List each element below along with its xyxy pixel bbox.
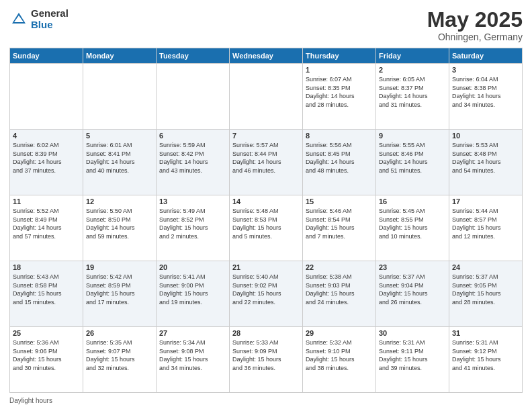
calendar-cell: 8Sunrise: 5:56 AM Sunset: 8:45 PM Daylig…	[303, 130, 376, 195]
header: General Blue May 2025 Ohningen, Germany	[9, 8, 523, 42]
day-info: Sunrise: 5:36 AM Sunset: 9:06 PM Dayligh…	[13, 338, 80, 372]
day-number: 14	[232, 197, 300, 205]
day-info: Sunrise: 5:53 AM Sunset: 8:48 PM Dayligh…	[452, 141, 519, 175]
calendar-cell: 5Sunrise: 6:01 AM Sunset: 8:41 PM Daylig…	[83, 130, 157, 195]
day-header: Thursday	[303, 48, 376, 64]
calendar-cell: 6Sunrise: 5:59 AM Sunset: 8:42 PM Daylig…	[157, 130, 230, 195]
logo-icon	[9, 10, 28, 29]
calendar-week: 25Sunrise: 5:36 AM Sunset: 9:06 PM Dayli…	[10, 327, 523, 393]
calendar-week: 4Sunrise: 6:02 AM Sunset: 8:39 PM Daylig…	[10, 130, 523, 195]
calendar-cell: 29Sunrise: 5:32 AM Sunset: 9:10 PM Dayli…	[303, 327, 376, 393]
day-number: 27	[159, 329, 226, 337]
day-number: 24	[452, 263, 519, 271]
calendar-cell: 20Sunrise: 5:41 AM Sunset: 9:00 PM Dayli…	[157, 261, 230, 327]
day-number: 11	[13, 197, 80, 205]
calendar-cell: 18Sunrise: 5:43 AM Sunset: 8:58 PM Dayli…	[10, 261, 83, 327]
calendar-cell: 31Sunrise: 5:31 AM Sunset: 9:12 PM Dayli…	[449, 327, 523, 393]
day-number: 22	[306, 263, 373, 271]
calendar-cell: 17Sunrise: 5:44 AM Sunset: 8:57 PM Dayli…	[449, 195, 523, 261]
day-info: Sunrise: 6:05 AM Sunset: 8:37 PM Dayligh…	[379, 75, 446, 109]
calendar-cell: 22Sunrise: 5:38 AM Sunset: 9:03 PM Dayli…	[303, 261, 376, 327]
day-number: 19	[86, 263, 153, 271]
calendar-cell: 23Sunrise: 5:37 AM Sunset: 9:04 PM Dayli…	[376, 261, 449, 327]
day-number: 7	[232, 132, 300, 140]
calendar-cell: 7Sunrise: 5:57 AM Sunset: 8:44 PM Daylig…	[230, 130, 303, 195]
calendar-cell: 27Sunrise: 5:34 AM Sunset: 9:08 PM Dayli…	[157, 327, 230, 393]
calendar-cell: 12Sunrise: 5:50 AM Sunset: 8:50 PM Dayli…	[83, 195, 157, 261]
day-header: Wednesday	[230, 48, 303, 64]
calendar-cell: 21Sunrise: 5:40 AM Sunset: 9:02 PM Dayli…	[230, 261, 303, 327]
day-number: 9	[379, 132, 446, 140]
calendar-cell: 19Sunrise: 5:42 AM Sunset: 8:59 PM Dayli…	[83, 261, 157, 327]
day-number: 29	[306, 329, 373, 337]
calendar-cell: 14Sunrise: 5:48 AM Sunset: 8:53 PM Dayli…	[230, 195, 303, 261]
calendar-cell	[83, 64, 157, 130]
day-info: Sunrise: 5:52 AM Sunset: 8:49 PM Dayligh…	[13, 207, 80, 240]
day-info: Sunrise: 5:50 AM Sunset: 8:50 PM Dayligh…	[86, 207, 153, 240]
day-info: Sunrise: 5:35 AM Sunset: 9:07 PM Dayligh…	[86, 338, 153, 372]
day-info: Sunrise: 5:56 AM Sunset: 8:45 PM Dayligh…	[306, 141, 373, 175]
day-info: Sunrise: 5:40 AM Sunset: 9:02 PM Dayligh…	[232, 273, 300, 306]
day-number: 18	[13, 263, 80, 271]
day-info: Sunrise: 5:57 AM Sunset: 8:44 PM Dayligh…	[232, 141, 300, 175]
day-header: Monday	[83, 48, 157, 64]
day-info: Sunrise: 5:48 AM Sunset: 8:53 PM Dayligh…	[232, 207, 300, 240]
day-number: 8	[306, 132, 373, 140]
day-number: 26	[86, 329, 153, 337]
day-info: Sunrise: 5:32 AM Sunset: 9:10 PM Dayligh…	[306, 338, 373, 372]
footer-text: Daylight hours	[9, 397, 52, 404]
calendar-header: SundayMondayTuesdayWednesdayThursdayFrid…	[10, 48, 523, 64]
calendar-cell: 28Sunrise: 5:33 AM Sunset: 9:09 PM Dayli…	[230, 327, 303, 393]
day-info: Sunrise: 5:38 AM Sunset: 9:03 PM Dayligh…	[306, 273, 373, 306]
day-number: 5	[86, 132, 153, 140]
day-info: Sunrise: 6:04 AM Sunset: 8:38 PM Dayligh…	[452, 75, 519, 109]
day-number: 10	[452, 132, 519, 140]
logo-text: General Blue	[31, 8, 69, 30]
title-block: May 2025 Ohningen, Germany	[427, 8, 523, 42]
day-number: 3	[452, 66, 519, 74]
day-number: 20	[159, 263, 226, 271]
day-info: Sunrise: 6:07 AM Sunset: 8:35 PM Dayligh…	[306, 75, 373, 109]
day-number: 30	[379, 329, 446, 337]
calendar-cell: 16Sunrise: 5:45 AM Sunset: 8:55 PM Dayli…	[376, 195, 449, 261]
calendar-cell: 11Sunrise: 5:52 AM Sunset: 8:49 PM Dayli…	[10, 195, 83, 261]
day-info: Sunrise: 5:31 AM Sunset: 9:11 PM Dayligh…	[379, 338, 446, 372]
calendar-cell: 9Sunrise: 5:55 AM Sunset: 8:46 PM Daylig…	[376, 130, 449, 195]
day-info: Sunrise: 5:31 AM Sunset: 9:12 PM Dayligh…	[452, 338, 519, 372]
calendar-week: 11Sunrise: 5:52 AM Sunset: 8:49 PM Dayli…	[10, 195, 523, 261]
day-info: Sunrise: 5:44 AM Sunset: 8:57 PM Dayligh…	[452, 207, 519, 240]
day-number: 2	[379, 66, 446, 74]
calendar-cell: 15Sunrise: 5:46 AM Sunset: 8:54 PM Dayli…	[303, 195, 376, 261]
day-info: Sunrise: 6:01 AM Sunset: 8:41 PM Dayligh…	[86, 141, 153, 175]
day-number: 4	[13, 132, 80, 140]
day-info: Sunrise: 5:37 AM Sunset: 9:04 PM Dayligh…	[379, 273, 446, 306]
day-number: 12	[86, 197, 153, 205]
day-number: 15	[306, 197, 373, 205]
day-header: Saturday	[449, 48, 523, 64]
logo: General Blue	[9, 8, 69, 30]
day-number: 17	[452, 197, 519, 205]
day-header: Tuesday	[157, 48, 230, 64]
subtitle: Ohningen, Germany	[427, 32, 523, 42]
calendar-cell: 24Sunrise: 5:37 AM Sunset: 9:05 PM Dayli…	[449, 261, 523, 327]
logo-general: General	[31, 8, 69, 19]
day-info: Sunrise: 6:02 AM Sunset: 8:39 PM Dayligh…	[13, 141, 80, 175]
day-info: Sunrise: 5:43 AM Sunset: 8:58 PM Dayligh…	[13, 273, 80, 306]
calendar-cell: 26Sunrise: 5:35 AM Sunset: 9:07 PM Dayli…	[83, 327, 157, 393]
calendar-cell: 1Sunrise: 6:07 AM Sunset: 8:35 PM Daylig…	[303, 64, 376, 130]
header-row: SundayMondayTuesdayWednesdayThursdayFrid…	[10, 48, 523, 64]
day-info: Sunrise: 5:42 AM Sunset: 8:59 PM Dayligh…	[86, 273, 153, 306]
calendar-cell	[157, 64, 230, 130]
calendar-cell: 2Sunrise: 6:05 AM Sunset: 8:37 PM Daylig…	[376, 64, 449, 130]
day-info: Sunrise: 5:37 AM Sunset: 9:05 PM Dayligh…	[452, 273, 519, 306]
day-info: Sunrise: 5:49 AM Sunset: 8:52 PM Dayligh…	[159, 207, 226, 240]
day-number: 16	[379, 197, 446, 205]
footer: Daylight hours	[9, 397, 523, 404]
day-info: Sunrise: 5:55 AM Sunset: 8:46 PM Dayligh…	[379, 141, 446, 175]
day-number: 31	[452, 329, 519, 337]
day-info: Sunrise: 5:34 AM Sunset: 9:08 PM Dayligh…	[159, 338, 226, 372]
day-number: 6	[159, 132, 226, 140]
day-info: Sunrise: 5:46 AM Sunset: 8:54 PM Dayligh…	[306, 207, 373, 240]
calendar-cell: 25Sunrise: 5:36 AM Sunset: 9:06 PM Dayli…	[10, 327, 83, 393]
day-number: 1	[306, 66, 373, 74]
